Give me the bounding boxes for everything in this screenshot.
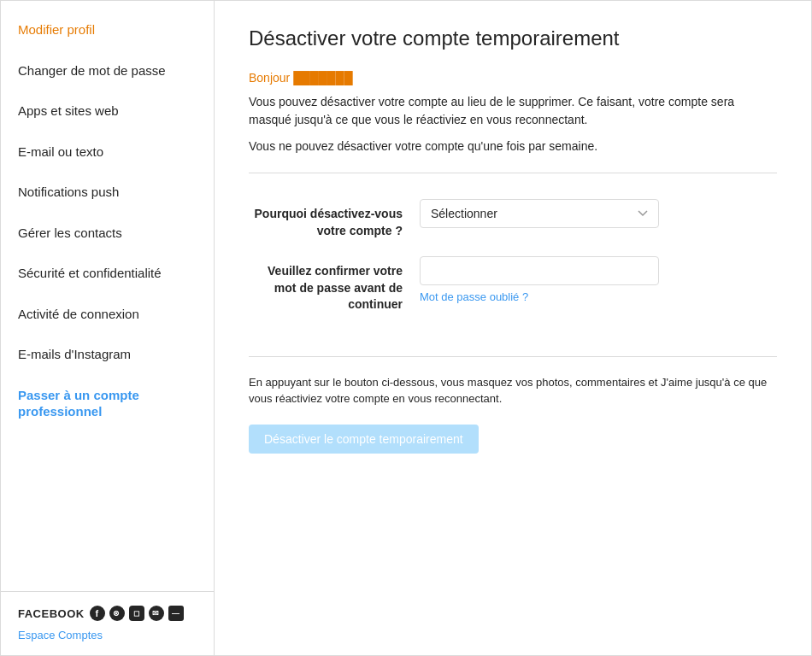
info-text-2: Vous ne pouvez désactiver votre compte q… [249, 138, 777, 155]
divider-1 [249, 173, 777, 173]
deactivate-form: Pourquoi désactivez-vous votre compte ? … [249, 190, 777, 339]
reason-select[interactable]: Sélectionner Je veux une pause Vie privé… [420, 199, 659, 228]
reason-row: Pourquoi désactivez-vous votre compte ? … [249, 199, 777, 239]
sidebar-item-gerer-contacts[interactable]: Gérer les contacts [1, 213, 214, 254]
oculus-icon: — [168, 606, 184, 621]
password-control: Mot de passe oublié ? [420, 256, 659, 303]
sidebar-item-activite[interactable]: Activité de connexion [1, 294, 214, 335]
sidebar-item-notifications-push[interactable]: Notifications push [1, 172, 214, 213]
sidebar: Modifier profil Changer de mot de passe … [1, 1, 215, 655]
info-text-1: Vous pouvez désactiver votre compte au l… [249, 93, 777, 129]
password-input[interactable] [420, 256, 659, 285]
greeting-text: Bonjour [249, 71, 290, 85]
footer-icons: f ⊗ ◻ ✉ — [90, 606, 184, 621]
sidebar-item-modifier-profil[interactable]: Modifier profil [1, 9, 214, 50]
app-container: Modifier profil Changer de mot de passe … [0, 0, 812, 656]
messenger-icon: ⊗ [109, 606, 125, 621]
sidebar-item-compte-professionnel[interactable]: Passer à un compte professionnel [1, 375, 214, 432]
forgot-password-link[interactable]: Mot de passe oublié ? [420, 290, 659, 303]
footer-brand: FACEBOOK f ⊗ ◻ ✉ — [18, 606, 197, 621]
username-text: ███████ [293, 71, 352, 85]
password-label: Veuillez confirmer votre mot de passe av… [249, 256, 420, 313]
reason-label: Pourquoi désactivez-vous votre compte ? [249, 199, 420, 239]
facebook-label: FACEBOOK [18, 607, 85, 620]
facebook-icon: f [90, 606, 105, 621]
greeting-line: Bonjour ███████ [249, 71, 777, 85]
sidebar-item-email-texto[interactable]: E-mail ou texto [1, 132, 214, 173]
reason-control: Sélectionner Je veux une pause Vie privé… [420, 199, 659, 228]
bottom-info-text: En appuyant sur le bouton ci-dessous, vo… [249, 374, 777, 407]
main-content: Désactiver votre compte temporairement B… [215, 1, 811, 655]
sidebar-item-securite[interactable]: Sécurité et confidentialité [1, 253, 214, 294]
sidebar-item-changer-mdp[interactable]: Changer de mot de passe [1, 50, 214, 91]
password-row: Veuillez confirmer votre mot de passe av… [249, 256, 777, 313]
page-title: Désactiver votre compte temporairement [249, 26, 777, 50]
instagram-icon: ◻ [129, 606, 144, 621]
sidebar-item-apps-sites[interactable]: Apps et sites web [1, 91, 214, 132]
divider-2 [249, 356, 777, 357]
sidebar-item-emails-instagram[interactable]: E-mails d'Instagram [1, 334, 214, 375]
espace-comptes-link[interactable]: Espace Comptes [18, 629, 103, 641]
reason-select-wrapper: Sélectionner Je veux une pause Vie privé… [420, 199, 659, 228]
sidebar-footer: FACEBOOK f ⊗ ◻ ✉ — Espace Comptes [1, 591, 214, 655]
deactivate-button[interactable]: Désactiver le compte temporairement [249, 425, 479, 454]
sidebar-nav: Modifier profil Changer de mot de passe … [1, 9, 214, 591]
whatsapp-icon: ✉ [149, 606, 164, 621]
